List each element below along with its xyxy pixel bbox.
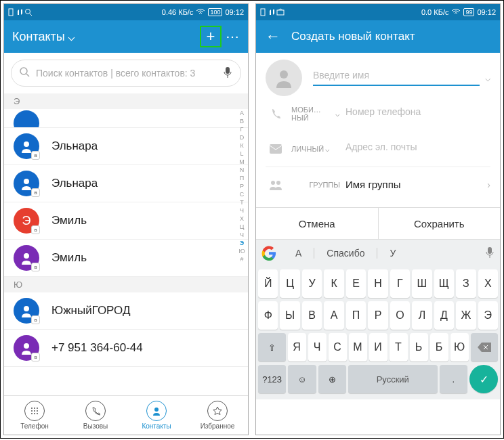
key[interactable]: Ю <box>450 333 469 361</box>
enter-key[interactable]: ✓ <box>469 365 498 393</box>
contacts-screen: 0.46 КБ/с 100 09:12 Контакты⌵ + ⋯ Поиск … <box>3 3 249 435</box>
key[interactable]: К <box>324 269 343 298</box>
key[interactable]: М <box>349 333 367 361</box>
more-button[interactable]: ⋯ <box>226 28 240 45</box>
wifi-icon <box>196 9 205 16</box>
key[interactable]: И <box>369 333 387 361</box>
key[interactable]: Ь <box>410 333 428 361</box>
key[interactable]: Ж <box>456 301 476 330</box>
svg-rect-3 <box>226 67 230 74</box>
key[interactable]: П <box>346 301 366 330</box>
save-button[interactable]: Сохранить <box>378 208 501 239</box>
expand-icon[interactable]: ⌵ <box>485 72 490 83</box>
key[interactable]: В <box>302 301 322 330</box>
svg-point-21 <box>280 70 288 79</box>
cancel-button[interactable]: Отмена <box>256 208 378 239</box>
group-label: ГРУППЫ <box>291 181 340 189</box>
svg-point-7 <box>24 306 29 311</box>
list-item[interactable]: ЭвЭмиль <box>4 202 248 240</box>
svg-point-12 <box>31 410 33 412</box>
list-item[interactable] <box>4 109 248 128</box>
key[interactable]: Я <box>288 333 306 361</box>
key[interactable]: А <box>324 301 343 330</box>
bottom-nav: Телефон Вызовы Контакты Избранное <box>4 395 248 435</box>
key[interactable]: Т <box>390 333 408 361</box>
search-input[interactable]: Поиск контактов | всего контактов: 3 <box>11 60 241 87</box>
svg-rect-0 <box>9 9 13 16</box>
key[interactable]: Ы <box>280 301 299 330</box>
key[interactable]: Ч <box>308 333 327 361</box>
phone-field[interactable]: Номер телефона <box>345 106 490 122</box>
phone-type-dropdown[interactable]: МОБИ…НЫЙ⌵ <box>291 106 340 122</box>
svg-point-10 <box>34 408 35 409</box>
svg-rect-22 <box>270 144 282 154</box>
header-dropdown[interactable]: Контакты⌵ <box>12 29 75 44</box>
suggestion[interactable]: А <box>283 248 314 259</box>
mic-icon[interactable] <box>223 66 232 81</box>
alpha-index[interactable]: АBГDКLМNПРСТЧХЦЧЭЮ# <box>237 109 247 263</box>
emoji-key[interactable]: ☺ <box>288 365 316 393</box>
mic-icon[interactable] <box>485 246 495 261</box>
period-key[interactable]: . <box>440 365 467 393</box>
search-icon <box>24 8 34 16</box>
list-item[interactable]: вЭмиль <box>4 240 248 277</box>
svg-point-4 <box>24 141 29 147</box>
backspace-key[interactable] <box>471 333 499 361</box>
add-contact-button[interactable]: + <box>200 26 222 47</box>
avatar-placeholder[interactable] <box>266 60 302 96</box>
google-icon[interactable] <box>261 246 276 261</box>
suggestion[interactable]: У <box>377 248 408 259</box>
key[interactable]: Ц <box>280 269 299 298</box>
key[interactable]: Ф <box>258 301 278 330</box>
new-contact-header: ← Создать новый контакт <box>256 20 500 53</box>
group-field[interactable]: Имя группы <box>345 179 482 190</box>
key[interactable]: З <box>456 269 476 298</box>
shift-key[interactable]: ⇧ <box>258 333 286 361</box>
list-item[interactable]: вЭльнара <box>4 128 248 165</box>
key[interactable]: Н <box>368 269 387 298</box>
email-type-dropdown[interactable]: ЛИЧНЫЙ⌵ <box>291 145 340 154</box>
nav-contacts[interactable]: Контакты <box>126 396 187 435</box>
page-title: Создать новый контакт <box>291 30 415 43</box>
key[interactable]: Е <box>346 269 366 298</box>
name-field[interactable]: Введите имя <box>313 70 480 86</box>
svg-point-23 <box>271 181 275 185</box>
key[interactable]: Х <box>478 269 498 298</box>
key[interactable]: Ш <box>412 269 432 298</box>
email-field[interactable]: Адрес эл. почты <box>345 141 490 157</box>
net-speed: 0.46 КБ/с <box>162 8 194 16</box>
key[interactable]: Б <box>430 333 448 361</box>
chevron-down-icon: ⌵ <box>68 29 75 44</box>
section-header: Ю <box>4 277 248 292</box>
nav-phone[interactable]: Телефон <box>4 396 65 435</box>
lang-key[interactable]: ⊕ <box>318 365 346 393</box>
numeric-key[interactable]: ?123 <box>258 365 286 393</box>
key[interactable]: Л <box>412 301 432 330</box>
nav-favorites[interactable]: Избранное <box>187 396 248 435</box>
nav-calls[interactable]: Вызовы <box>65 396 126 435</box>
back-button[interactable]: ← <box>266 28 280 45</box>
key[interactable]: О <box>390 301 410 330</box>
key[interactable]: Д <box>434 301 454 330</box>
svg-point-14 <box>37 410 38 412</box>
search-placeholder: Поиск контактов | всего контактов: 3 <box>36 68 195 79</box>
search-icon <box>20 67 30 80</box>
chevron-right-icon[interactable]: › <box>487 179 490 190</box>
key[interactable]: Г <box>390 269 410 298</box>
spacebar[interactable]: Русский <box>348 365 438 393</box>
key[interactable]: Р <box>368 301 387 330</box>
key[interactable]: Щ <box>434 269 454 298</box>
key[interactable]: С <box>329 333 347 361</box>
key[interactable]: У <box>302 269 322 298</box>
list-item[interactable]: вЭльнара <box>4 165 248 202</box>
key[interactable]: Й <box>258 269 278 298</box>
svg-point-15 <box>31 413 33 414</box>
new-contact-screen: 0.0 КБ/с 99 09:12 ← Создать новый контак… <box>255 3 501 435</box>
suggestion[interactable]: Спасибо <box>314 248 377 259</box>
battery: 100 <box>208 8 222 16</box>
list-item[interactable]: вЮжныйГОРОД <box>4 292 248 330</box>
key[interactable]: Э <box>478 301 498 330</box>
svg-rect-25 <box>488 247 492 254</box>
list-item[interactable]: в+7 951 364-60-44 <box>4 330 248 367</box>
svg-point-24 <box>276 181 280 185</box>
